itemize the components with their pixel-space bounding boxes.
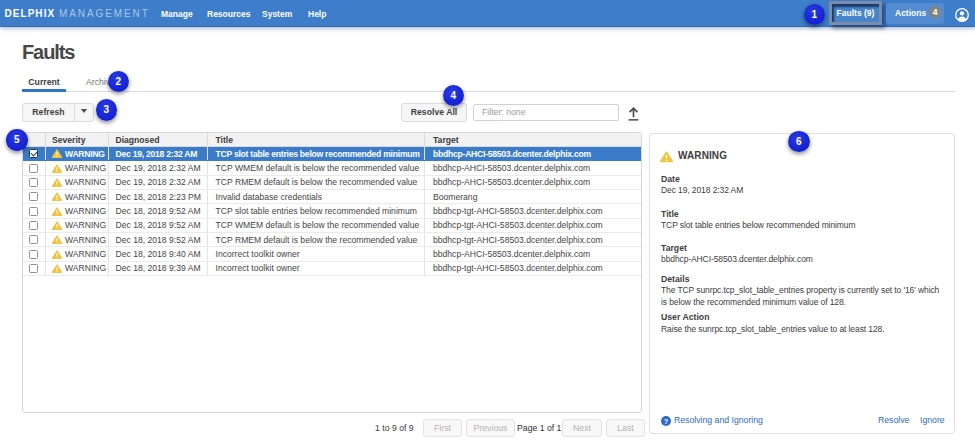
svg-text:?: ? xyxy=(664,417,669,426)
